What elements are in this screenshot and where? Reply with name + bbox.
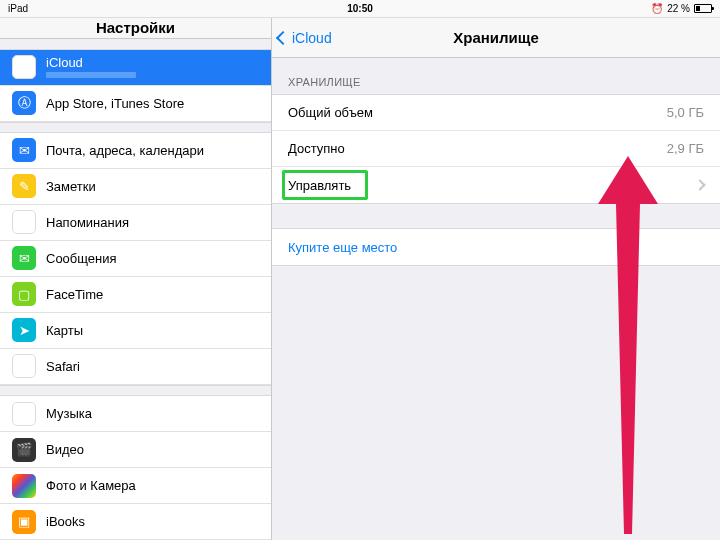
back-button[interactable]: iCloud bbox=[278, 30, 332, 46]
sidebar-item-music[interactable]: ♫ Музыка bbox=[0, 396, 271, 432]
sidebar-item-label: Видео bbox=[46, 442, 84, 457]
appstore-icon: Ⓐ bbox=[12, 91, 36, 115]
storage-section-header: ХРАНИЛИЩЕ bbox=[272, 58, 720, 94]
icloud-subtitle bbox=[46, 72, 136, 78]
storage-available-label: Доступно bbox=[288, 141, 345, 156]
sidebar-item-reminders[interactable]: ≣ Напоминания bbox=[0, 205, 271, 241]
buy-label: Купите еще место bbox=[288, 240, 397, 255]
detail-panel: iCloud Хранилище ХРАНИЛИЩЕ Общий объем 5… bbox=[272, 18, 720, 540]
chevron-right-icon bbox=[694, 179, 705, 190]
buy-more-storage-row[interactable]: Купите еще место bbox=[272, 229, 720, 265]
status-bar: iPad 10:50 ⏰ 22 % bbox=[0, 0, 720, 18]
storage-total-value: 5,0 ГБ bbox=[667, 105, 704, 120]
safari-icon: ◉ bbox=[12, 354, 36, 378]
back-label: iCloud bbox=[292, 30, 332, 46]
music-icon: ♫ bbox=[12, 402, 36, 426]
manage-label: Управлять bbox=[288, 178, 351, 193]
sidebar-item-label: iBooks bbox=[46, 514, 85, 529]
sidebar-item-label: Сообщения bbox=[46, 251, 117, 266]
storage-total-row: Общий объем 5,0 ГБ bbox=[272, 95, 720, 131]
sidebar-item-label: FaceTime bbox=[46, 287, 103, 302]
photos-icon bbox=[12, 474, 36, 498]
maps-icon: ➤ bbox=[12, 318, 36, 342]
sidebar-item-video[interactable]: 🎬 Видео bbox=[0, 432, 271, 468]
sidebar-item-messages[interactable]: ✉︎ Сообщения bbox=[0, 241, 271, 277]
sidebar-item-ibooks[interactable]: ▣ iBooks bbox=[0, 504, 271, 540]
sidebar-item-label: Почта, адреса, календари bbox=[46, 143, 204, 158]
chevron-left-icon bbox=[276, 30, 290, 44]
sidebar-item-label: Музыка bbox=[46, 406, 92, 421]
upsell-table: Купите еще место bbox=[272, 228, 720, 266]
sidebar-item-safari[interactable]: ◉ Safari bbox=[0, 349, 271, 385]
detail-navbar: iCloud Хранилище bbox=[272, 18, 720, 58]
video-icon: 🎬 bbox=[12, 438, 36, 462]
notes-icon: ✎ bbox=[12, 174, 36, 198]
sidebar-item-label: App Store, iTunes Store bbox=[46, 96, 184, 111]
sidebar-item-icloud[interactable]: ☁︎ iCloud bbox=[0, 50, 271, 86]
reminders-icon: ≣ bbox=[12, 210, 36, 234]
storage-available-row: Доступно 2,9 ГБ bbox=[272, 131, 720, 167]
sidebar-title: Настройки bbox=[96, 19, 175, 36]
battery-text: 22 % bbox=[667, 3, 690, 14]
sidebar-item-mail[interactable]: ✉︎ Почта, адреса, календари bbox=[0, 133, 271, 169]
settings-sidebar: Настройки ☁︎ iCloud Ⓐ App Store, iTunes … bbox=[0, 18, 272, 540]
sidebar-header: Настройки bbox=[0, 18, 271, 39]
sidebar-item-appstore[interactable]: Ⓐ App Store, iTunes Store bbox=[0, 86, 271, 122]
sidebar-item-maps[interactable]: ➤ Карты bbox=[0, 313, 271, 349]
sidebar-item-facetime[interactable]: ▢ FaceTime bbox=[0, 277, 271, 313]
status-time: 10:50 bbox=[347, 3, 373, 14]
sidebar-item-photos[interactable]: Фото и Камера bbox=[0, 468, 271, 504]
storage-available-value: 2,9 ГБ bbox=[667, 141, 704, 156]
storage-table: Общий объем 5,0 ГБ Доступно 2,9 ГБ Управ… bbox=[272, 94, 720, 204]
mail-icon: ✉︎ bbox=[12, 138, 36, 162]
facetime-icon: ▢ bbox=[12, 282, 36, 306]
ibooks-icon: ▣ bbox=[12, 510, 36, 534]
status-device: iPad bbox=[8, 3, 28, 14]
messages-icon: ✉︎ bbox=[12, 246, 36, 270]
page-title: Хранилище bbox=[453, 29, 539, 46]
sidebar-item-label: Фото и Камера bbox=[46, 478, 136, 493]
battery-icon bbox=[694, 4, 712, 13]
storage-total-label: Общий объем bbox=[288, 105, 373, 120]
sidebar-item-label: Safari bbox=[46, 359, 80, 374]
sidebar-item-label: Напоминания bbox=[46, 215, 129, 230]
manage-storage-row[interactable]: Управлять bbox=[272, 167, 720, 203]
alarm-icon: ⏰ bbox=[651, 3, 663, 14]
sidebar-item-label: Заметки bbox=[46, 179, 96, 194]
sidebar-item-label: iCloud bbox=[46, 56, 136, 70]
sidebar-item-label: Карты bbox=[46, 323, 83, 338]
sidebar-item-notes[interactable]: ✎ Заметки bbox=[0, 169, 271, 205]
icloud-icon: ☁︎ bbox=[12, 55, 36, 79]
